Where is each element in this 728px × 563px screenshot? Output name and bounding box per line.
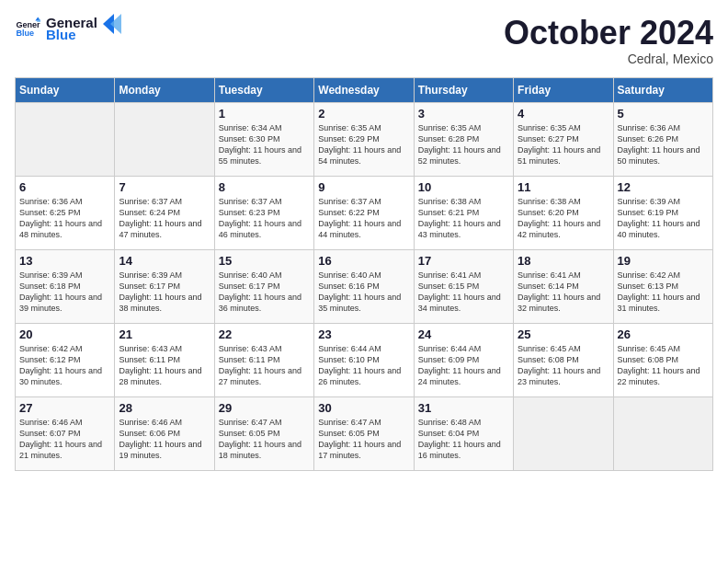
day-number: 10: [418, 180, 509, 194]
day-number: 24: [418, 327, 509, 341]
header-day-sunday: Sunday: [16, 77, 115, 102]
calendar-cell: [115, 102, 214, 176]
calendar-cell: 13Sunrise: 6:39 AM Sunset: 6:18 PM Dayli…: [16, 249, 115, 323]
day-info: Sunrise: 6:42 AM Sunset: 6:13 PM Dayligh…: [618, 270, 709, 315]
calendar-cell: 19Sunrise: 6:42 AM Sunset: 6:13 PM Dayli…: [613, 249, 712, 323]
day-number: 2: [318, 107, 409, 121]
calendar-cell: 27Sunrise: 6:46 AM Sunset: 6:07 PM Dayli…: [16, 396, 115, 470]
week-row-1: 1Sunrise: 6:34 AM Sunset: 6:30 PM Daylig…: [16, 102, 713, 176]
week-row-4: 20Sunrise: 6:42 AM Sunset: 6:12 PM Dayli…: [16, 323, 713, 396]
calendar-cell: 4Sunrise: 6:35 AM Sunset: 6:27 PM Daylig…: [514, 102, 613, 176]
header-day-friday: Friday: [514, 77, 613, 102]
day-number: 16: [318, 254, 409, 268]
day-number: 12: [618, 180, 709, 194]
day-number: 1: [219, 107, 310, 121]
month-title: October 2024: [504, 15, 713, 52]
day-info: Sunrise: 6:40 AM Sunset: 6:16 PM Dayligh…: [318, 270, 409, 315]
calendar-cell: 23Sunrise: 6:44 AM Sunset: 6:10 PM Dayli…: [314, 323, 414, 396]
calendar-cell: 25Sunrise: 6:45 AM Sunset: 6:08 PM Dayli…: [514, 323, 613, 396]
calendar-cell: 14Sunrise: 6:39 AM Sunset: 6:17 PM Dayli…: [115, 249, 214, 323]
subtitle: Cedral, Mexico: [504, 52, 713, 66]
day-info: Sunrise: 6:44 AM Sunset: 6:09 PM Dayligh…: [418, 343, 509, 388]
title-area: October 2024 Cedral, Mexico: [504, 15, 713, 66]
calendar-cell: 3Sunrise: 6:35 AM Sunset: 6:28 PM Daylig…: [414, 102, 513, 176]
day-number: 15: [219, 254, 310, 268]
header-day-thursday: Thursday: [414, 77, 513, 102]
day-info: Sunrise: 6:46 AM Sunset: 6:07 PM Dayligh…: [19, 417, 110, 462]
calendar-cell: 7Sunrise: 6:37 AM Sunset: 6:24 PM Daylig…: [115, 176, 214, 249]
day-number: 21: [119, 327, 210, 341]
day-info: Sunrise: 6:47 AM Sunset: 6:05 PM Dayligh…: [219, 417, 310, 462]
calendar-cell: 6Sunrise: 6:36 AM Sunset: 6:25 PM Daylig…: [16, 176, 115, 249]
calendar-cell: 26Sunrise: 6:45 AM Sunset: 6:08 PM Dayli…: [613, 323, 712, 396]
day-number: 7: [119, 180, 210, 194]
day-number: 4: [518, 107, 609, 121]
day-info: Sunrise: 6:41 AM Sunset: 6:14 PM Dayligh…: [518, 270, 609, 315]
day-info: Sunrise: 6:45 AM Sunset: 6:08 PM Dayligh…: [518, 343, 609, 388]
calendar-cell: 12Sunrise: 6:39 AM Sunset: 6:19 PM Dayli…: [613, 176, 712, 249]
day-info: Sunrise: 6:42 AM Sunset: 6:12 PM Dayligh…: [19, 343, 110, 388]
header-day-wednesday: Wednesday: [314, 77, 414, 102]
header: General Blue General Blue October 2024 C…: [15, 15, 713, 66]
day-info: Sunrise: 6:47 AM Sunset: 6:05 PM Dayligh…: [318, 417, 409, 462]
day-info: Sunrise: 6:37 AM Sunset: 6:23 PM Dayligh…: [219, 196, 310, 241]
logo-icon: General Blue: [15, 16, 40, 41]
day-info: Sunrise: 6:34 AM Sunset: 6:30 PM Dayligh…: [219, 122, 310, 167]
day-number: 28: [119, 401, 210, 415]
day-number: 20: [19, 327, 110, 341]
week-row-3: 13Sunrise: 6:39 AM Sunset: 6:18 PM Dayli…: [16, 249, 713, 323]
calendar-cell: 1Sunrise: 6:34 AM Sunset: 6:30 PM Daylig…: [214, 102, 313, 176]
day-info: Sunrise: 6:43 AM Sunset: 6:11 PM Dayligh…: [219, 343, 310, 388]
day-number: 17: [418, 254, 509, 268]
svg-text:Blue: Blue: [16, 29, 34, 38]
day-number: 9: [318, 180, 409, 194]
day-info: Sunrise: 6:36 AM Sunset: 6:25 PM Dayligh…: [19, 196, 110, 241]
day-number: 26: [618, 327, 709, 341]
day-info: Sunrise: 6:46 AM Sunset: 6:06 PM Dayligh…: [119, 417, 210, 462]
day-number: 22: [219, 327, 310, 341]
day-info: Sunrise: 6:44 AM Sunset: 6:10 PM Dayligh…: [318, 343, 409, 388]
day-info: Sunrise: 6:37 AM Sunset: 6:24 PM Dayligh…: [119, 196, 210, 241]
calendar-cell: [16, 102, 115, 176]
header-day-monday: Monday: [115, 77, 214, 102]
calendar-cell: 22Sunrise: 6:43 AM Sunset: 6:11 PM Dayli…: [214, 323, 313, 396]
day-number: 31: [418, 401, 509, 415]
calendar-cell: 16Sunrise: 6:40 AM Sunset: 6:16 PM Dayli…: [314, 249, 414, 323]
day-number: 14: [119, 254, 210, 268]
day-info: Sunrise: 6:40 AM Sunset: 6:17 PM Dayligh…: [219, 270, 310, 315]
calendar-cell: 28Sunrise: 6:46 AM Sunset: 6:06 PM Dayli…: [115, 396, 214, 470]
day-number: 30: [318, 401, 409, 415]
header-day-saturday: Saturday: [613, 77, 712, 102]
day-info: Sunrise: 6:39 AM Sunset: 6:19 PM Dayligh…: [618, 196, 709, 241]
header-day-tuesday: Tuesday: [214, 77, 313, 102]
calendar-cell: 10Sunrise: 6:38 AM Sunset: 6:21 PM Dayli…: [414, 176, 513, 249]
calendar-cell: 8Sunrise: 6:37 AM Sunset: 6:23 PM Daylig…: [214, 176, 313, 249]
calendar-cell: 31Sunrise: 6:48 AM Sunset: 6:04 PM Dayli…: [414, 396, 513, 470]
day-info: Sunrise: 6:36 AM Sunset: 6:26 PM Dayligh…: [618, 122, 709, 167]
logo-blue-text: Blue: [46, 27, 97, 42]
day-info: Sunrise: 6:38 AM Sunset: 6:20 PM Dayligh…: [518, 196, 609, 241]
day-number: 5: [618, 107, 709, 121]
calendar-cell: [514, 396, 613, 470]
day-number: 27: [19, 401, 110, 415]
day-number: 3: [418, 107, 509, 121]
day-info: Sunrise: 6:37 AM Sunset: 6:22 PM Dayligh…: [318, 196, 409, 241]
day-info: Sunrise: 6:35 AM Sunset: 6:28 PM Dayligh…: [418, 122, 509, 167]
day-info: Sunrise: 6:48 AM Sunset: 6:04 PM Dayligh…: [418, 417, 509, 462]
calendar-cell: 20Sunrise: 6:42 AM Sunset: 6:12 PM Dayli…: [16, 323, 115, 396]
calendar-cell: 5Sunrise: 6:36 AM Sunset: 6:26 PM Daylig…: [613, 102, 712, 176]
day-info: Sunrise: 6:45 AM Sunset: 6:08 PM Dayligh…: [618, 343, 709, 388]
calendar-cell: 24Sunrise: 6:44 AM Sunset: 6:09 PM Dayli…: [414, 323, 513, 396]
day-number: 23: [318, 327, 409, 341]
calendar-cell: 30Sunrise: 6:47 AM Sunset: 6:05 PM Dayli…: [314, 396, 414, 470]
day-number: 18: [518, 254, 609, 268]
calendar-cell: 17Sunrise: 6:41 AM Sunset: 6:15 PM Dayli…: [414, 249, 513, 323]
logo-arrow-icon: [103, 14, 123, 34]
day-info: Sunrise: 6:38 AM Sunset: 6:21 PM Dayligh…: [418, 196, 509, 241]
calendar-table: SundayMondayTuesdayWednesdayThursdayFrid…: [15, 77, 713, 471]
day-number: 6: [19, 180, 110, 194]
day-info: Sunrise: 6:39 AM Sunset: 6:17 PM Dayligh…: [119, 270, 210, 315]
calendar-cell: 15Sunrise: 6:40 AM Sunset: 6:17 PM Dayli…: [214, 249, 313, 323]
day-info: Sunrise: 6:35 AM Sunset: 6:29 PM Dayligh…: [318, 122, 409, 167]
day-number: 8: [219, 180, 310, 194]
